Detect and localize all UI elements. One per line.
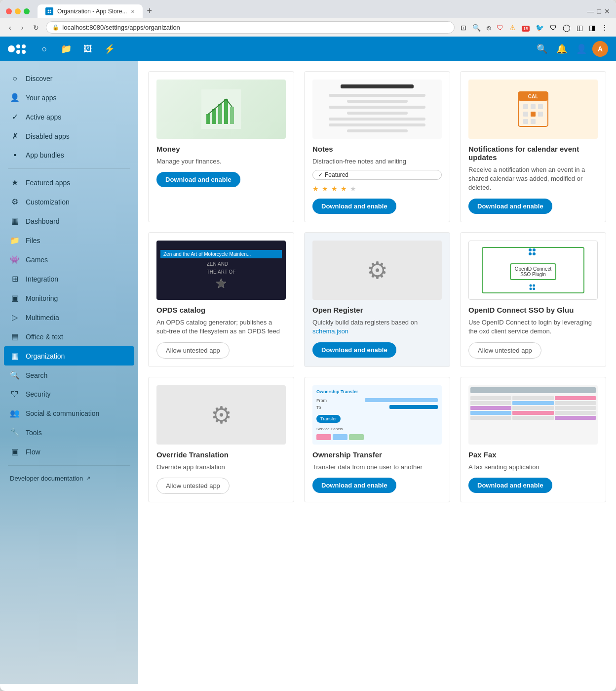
- tab-close-button[interactable]: ✕: [131, 9, 135, 14]
- forward-button[interactable]: ›: [18, 22, 27, 34]
- nc-notifications-icon[interactable]: 🔔: [553, 40, 571, 58]
- notes-download-button[interactable]: Download and enable: [312, 199, 396, 214]
- sidebar-item-office-text[interactable]: ▤ Office & text: [0, 327, 138, 346]
- svg-rect-6: [212, 109, 216, 124]
- content-area: Money Manage your finances. Download and…: [138, 61, 616, 684]
- window-x-icon[interactable]: ✕: [604, 7, 610, 15]
- window-restore-icon[interactable]: □: [597, 7, 601, 15]
- open-register-download-button[interactable]: Download and enable: [312, 342, 396, 358]
- svg-rect-14: [531, 104, 536, 109]
- sidebar-item-featured-apps[interactable]: ★ Featured apps: [0, 173, 138, 192]
- sidebar-item-security[interactable]: 🛡 Security: [0, 385, 138, 404]
- browser-titlebar: Organization - App Store... ✕ + ― □ ✕: [0, 0, 616, 18]
- new-tab-button[interactable]: +: [143, 4, 156, 18]
- window-maximize-button[interactable]: [24, 8, 30, 14]
- star1: ★: [312, 185, 319, 193]
- calendar-download-button[interactable]: Download and enable: [468, 199, 552, 214]
- menu-icon[interactable]: ⋮: [599, 22, 610, 34]
- nc-activity-icon[interactable]: ⚡: [101, 40, 118, 58]
- screen-cast-icon[interactable]: ⊡: [459, 22, 468, 34]
- shield-icon[interactable]: 🛡: [495, 22, 505, 34]
- ownership-transfer-app-desc: Transfer data from one user to another: [312, 463, 442, 472]
- nextcloud-logo[interactable]: [8, 44, 26, 54]
- nc-user-avatar[interactable]: A: [592, 41, 608, 57]
- svg-point-3: [50, 12, 51, 13]
- svg-rect-19: [523, 119, 528, 124]
- override-translation-untested-button[interactable]: Allow untested app: [156, 478, 230, 494]
- sidebar-item-dashboard[interactable]: ▦ Dashboard: [0, 211, 138, 231]
- sidebar-item-integration[interactable]: ⊞ Integration: [0, 269, 138, 288]
- money-download-button[interactable]: Download and enable: [156, 172, 240, 187]
- sidebar-item-disabled-apps[interactable]: ✗ Disabled apps: [0, 126, 138, 146]
- window-close-button[interactable]: [6, 8, 12, 14]
- svg-point-27: [530, 287, 532, 290]
- money-img-inner: [156, 80, 286, 139]
- opds-app-desc: An OPDS catalog generator; publishes a s…: [156, 318, 286, 336]
- extension5-icon[interactable]: ◨: [587, 22, 597, 34]
- app-container: ○ 📁 🖼 ⚡ 🔍 🔔 👤 A ○ Discover: [0, 37, 616, 684]
- nextcloud-topnav: ○ 📁 🖼 ⚡ 🔍 🔔 👤 A: [0, 37, 616, 61]
- sidebar-item-multimedia[interactable]: ▷ Multimedia: [0, 308, 138, 327]
- notes-line-6: [329, 123, 426, 126]
- sidebar-item-files[interactable]: 📁 Files: [0, 231, 138, 250]
- sidebar-item-games[interactable]: 👾 Games: [0, 250, 138, 269]
- openid-untested-button[interactable]: Allow untested app: [468, 342, 541, 359]
- zoom-icon[interactable]: 🔍: [470, 22, 483, 34]
- sidebar-item-social-communication[interactable]: 👥 Social & communication: [0, 404, 138, 423]
- pf-c5: [512, 401, 553, 405]
- active-tab[interactable]: Organization - App Store... ✕: [38, 4, 143, 18]
- pax-fax-download-button[interactable]: Download and enable: [468, 478, 552, 493]
- sidebar-item-label-social: Social & communication: [26, 409, 99, 417]
- nc-contacts-icon[interactable]: 👤: [573, 40, 590, 58]
- app-card-opds: Zen and the Art of Motorcycle Mainten...…: [148, 232, 294, 366]
- sidebar-item-flow[interactable]: ▣ Flow: [0, 442, 138, 461]
- warning-icon[interactable]: ⚠: [507, 22, 518, 34]
- nc-files-icon[interactable]: 📁: [57, 40, 75, 58]
- calendar-badge-icon[interactable]: 15: [520, 22, 532, 34]
- share-icon[interactable]: ⎋: [485, 22, 493, 34]
- sidebar-item-organization[interactable]: ▦ Organization: [4, 346, 134, 366]
- open-register-app-desc: Quickly build data registers based on sc…: [312, 318, 442, 336]
- open-register-app-image: ⚙: [312, 241, 442, 300]
- sidebar-item-discover[interactable]: ○ Discover: [0, 69, 138, 88]
- svg-point-26: [533, 284, 535, 286]
- app-card-override-translation: ⚙ Override Translation Override app tran…: [148, 377, 294, 502]
- extension4-icon[interactable]: ◫: [575, 22, 585, 34]
- sidebar-item-app-bundles[interactable]: ▪ App bundles: [0, 146, 138, 164]
- sidebar-item-tools[interactable]: 🔧 Tools: [0, 423, 138, 442]
- reload-button[interactable]: ↻: [30, 22, 42, 34]
- nc-photos-icon[interactable]: 🖼: [79, 40, 97, 58]
- address-bar[interactable]: 🔒 localhost:8080/settings/apps/organizat…: [46, 21, 455, 34]
- customization-icon: ⚙: [10, 197, 20, 206]
- extension1-icon[interactable]: 🐦: [534, 22, 546, 34]
- opds-untested-button[interactable]: Allow untested app: [156, 342, 230, 359]
- notes-line-5: [329, 118, 426, 121]
- sidebar-item-your-apps[interactable]: 👤 Your apps: [0, 88, 138, 107]
- sidebar-item-active-apps[interactable]: ✓ Active apps: [0, 107, 138, 126]
- notes-line-4: [347, 112, 408, 115]
- ownership-transfer-download-button[interactable]: Download and enable: [312, 478, 396, 493]
- nc-logo-circle-large: [8, 45, 15, 52]
- browser-toolbar-icons: ⊡ 🔍 ⎋ 🛡 ⚠ 15 🐦 🛡 ◯ ◫ ◨ ⋮: [459, 22, 610, 34]
- extension2-icon[interactable]: 🛡: [548, 22, 559, 34]
- social-icon: 👥: [10, 408, 20, 418]
- extension3-icon[interactable]: ◯: [561, 22, 573, 34]
- openid-bottom-dots: [528, 283, 538, 294]
- tools-icon: 🔧: [10, 428, 20, 437]
- browser-toolbar: ‹ › ↻ 🔒 localhost:8080/settings/apps/org…: [0, 18, 616, 37]
- your-apps-icon: 👤: [10, 93, 20, 102]
- pf-row-1: [470, 396, 596, 400]
- developer-documentation-link[interactable]: Developer documentation ↗: [0, 470, 138, 487]
- sidebar-item-search[interactable]: 🔍 Search: [0, 366, 138, 385]
- pf-row-2: [470, 401, 596, 405]
- window-minimize-button[interactable]: [15, 8, 21, 14]
- nc-search-icon[interactable]: 🔍: [533, 40, 551, 58]
- back-button[interactable]: ‹: [6, 22, 14, 34]
- sidebar-item-monitoring[interactable]: ▣ Monitoring: [0, 288, 138, 308]
- window-collapse-icon[interactable]: ―: [587, 7, 594, 15]
- nc-home-icon[interactable]: ○: [36, 40, 53, 58]
- schema-link[interactable]: schema.json: [312, 327, 348, 335]
- sidebar-item-customization[interactable]: ⚙ Customization: [0, 192, 138, 211]
- sidebar-item-label-dashboard: Dashboard: [26, 217, 60, 225]
- app-bundles-icon: ▪: [10, 151, 20, 160]
